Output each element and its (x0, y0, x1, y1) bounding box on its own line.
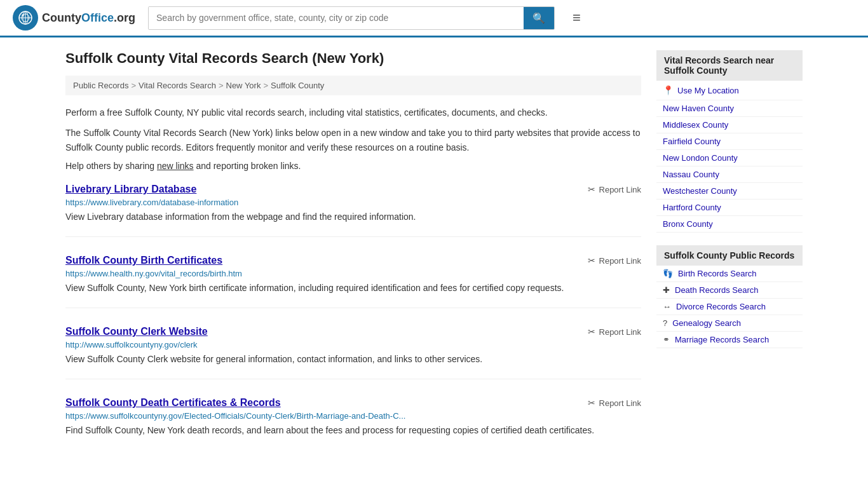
breadcrumb-suffolk: Suffolk County (271, 81, 324, 90)
result-title[interactable]: Suffolk County Clerk Website (65, 326, 208, 337)
list-item: Bronx County (656, 216, 803, 233)
breadcrumb-vital-records[interactable]: Vital Records Search (139, 81, 216, 90)
list-item: 👣 Birth Records Search (656, 266, 803, 282)
result-url[interactable]: https://www.health.ny.gov/vital_records/… (65, 269, 641, 278)
county-link[interactable]: Bronx County (663, 219, 796, 229)
search-bar: 🔍 (148, 6, 555, 30)
search-input[interactable] (149, 7, 524, 29)
result-desc: Find Suffolk County, New York death reco… (65, 424, 641, 437)
genealogy-link[interactable]: Genealogy Search (672, 318, 741, 328)
genealogy-icon: ? (663, 318, 667, 328)
breadcrumb-sep-1: > (131, 81, 136, 90)
list-item: New London County (656, 150, 803, 166)
marriage-icon: ⚭ (663, 335, 670, 344)
public-records-list: 👣 Birth Records Search ✚ Death Records S… (656, 266, 803, 348)
breadcrumb-sep-3: > (263, 81, 268, 90)
report-icon: ✂ (588, 398, 595, 408)
results-list: Livebrary Library Database ✂ Report Link… (65, 184, 641, 450)
report-link[interactable]: ✂ Report Link (588, 327, 641, 337)
sidebar-public-records-section: Suffolk County Public Records 👣 Birth Re… (656, 245, 803, 348)
logo-icon (13, 5, 38, 30)
result-title[interactable]: Suffolk County Death Certificates & Reco… (65, 397, 281, 409)
marriage-records-link[interactable]: Marriage Records Search (675, 335, 769, 344)
nearby-counties-list: New Haven County Middlesex County Fairfi… (656, 100, 803, 233)
location-pin-icon: 📍 (663, 85, 674, 95)
result-url[interactable]: https://www.suffolkcountyny.gov/Elected-… (65, 411, 641, 421)
use-my-location-link[interactable]: Use My Location (677, 86, 739, 95)
county-link[interactable]: Nassau County (663, 170, 796, 179)
logo-link[interactable]: CountyOffice.org (13, 5, 135, 30)
county-link[interactable]: New London County (663, 153, 796, 163)
list-item: Fairfield County (656, 133, 803, 150)
site-header: CountyOffice.org 🔍 ≡ (0, 0, 868, 37)
use-my-location-item[interactable]: 📍 Use My Location (656, 81, 803, 100)
logo-text: CountyOffice.org (42, 11, 135, 25)
list-item: Nassau County (656, 166, 803, 183)
list-item: ? Genealogy Search (656, 315, 803, 332)
sidebar-nearby-section: Vital Records Search near Suffolk County… (656, 50, 803, 233)
list-item: Westchester County (656, 183, 803, 200)
description-2: The Suffolk County Vital Records Search … (65, 126, 641, 154)
sidebar: Vital Records Search near Suffolk County… (656, 50, 803, 468)
report-icon: ✂ (588, 255, 595, 266)
county-link[interactable]: Westchester County (663, 186, 796, 196)
result-desc: View Suffolk County, New York birth cert… (65, 281, 641, 295)
result-item: Suffolk County Birth Certificates ✂ Repo… (65, 255, 641, 308)
result-header: Livebrary Library Database ✂ Report Link (65, 184, 641, 195)
report-icon: ✂ (588, 327, 595, 337)
county-link[interactable]: Middlesex County (663, 120, 796, 130)
list-item: ⚭ Marriage Records Search (656, 332, 803, 348)
birth-icon: 👣 (663, 269, 673, 278)
county-link[interactable]: Fairfield County (663, 137, 796, 146)
sidebar-nearby-heading: Vital Records Search near Suffolk County (656, 50, 803, 81)
menu-button[interactable]: ≡ (567, 7, 586, 29)
list-item: ↔ Divorce Records Search (656, 299, 803, 315)
hamburger-icon: ≡ (573, 10, 581, 25)
county-link[interactable]: New Haven County (663, 104, 796, 113)
result-url[interactable]: http://www.suffolkcountyny.gov/clerk (65, 340, 641, 349)
birth-records-link[interactable]: Birth Records Search (678, 269, 757, 278)
result-item: Livebrary Library Database ✂ Report Link… (65, 184, 641, 237)
list-item: Hartford County (656, 200, 803, 216)
report-link[interactable]: ✂ Report Link (588, 184, 641, 194)
list-item: New Haven County (656, 100, 803, 117)
result-item: Suffolk County Clerk Website ✂ Report Li… (65, 326, 641, 379)
result-header: Suffolk County Birth Certificates ✂ Repo… (65, 255, 641, 266)
svg-point-5 (22, 14, 24, 17)
report-icon: ✂ (588, 184, 595, 194)
report-link[interactable]: ✂ Report Link (588, 398, 641, 408)
death-icon: ✚ (663, 285, 670, 295)
result-title[interactable]: Suffolk County Birth Certificates (65, 255, 222, 266)
sidebar-public-records-heading: Suffolk County Public Records (656, 245, 803, 266)
result-desc: View Suffolk County Clerk website for ge… (65, 353, 641, 366)
new-links[interactable]: new links (157, 161, 194, 171)
divorce-icon: ↔ (663, 302, 671, 311)
divorce-records-link[interactable]: Divorce Records Search (676, 302, 766, 311)
death-records-link[interactable]: Death Records Search (675, 285, 759, 295)
breadcrumb-sep-2: > (219, 81, 224, 90)
result-header: Suffolk County Death Certificates & Reco… (65, 397, 641, 409)
result-title[interactable]: Livebrary Library Database (65, 184, 196, 195)
content-area: Suffolk County Vital Records Search (New… (65, 50, 641, 468)
result-desc: View Livebrary database information from… (65, 210, 641, 224)
county-link[interactable]: Hartford County (663, 203, 796, 212)
breadcrumb: Public Records > Vital Records Search > … (65, 76, 641, 95)
description-1: Perform a free Suffolk County, NY public… (65, 105, 641, 119)
list-item: Middlesex County (656, 117, 803, 133)
result-item: Suffolk County Death Certificates & Reco… (65, 397, 641, 450)
result-url[interactable]: https://www.livebrary.com/database-infor… (65, 198, 641, 207)
breadcrumb-new-york[interactable]: New York (226, 81, 261, 90)
page-title: Suffolk County Vital Records Search (New… (65, 50, 641, 67)
breadcrumb-public-records[interactable]: Public Records (73, 81, 128, 90)
result-header: Suffolk County Clerk Website ✂ Report Li… (65, 326, 641, 337)
list-item: ✚ Death Records Search (656, 282, 803, 299)
main-container: Suffolk County Vital Records Search (New… (53, 37, 815, 480)
help-text: Help others by sharing new links and rep… (65, 161, 641, 171)
search-icon: 🔍 (532, 13, 545, 24)
report-link[interactable]: ✂ Report Link (588, 255, 641, 266)
search-button[interactable]: 🔍 (524, 7, 554, 29)
